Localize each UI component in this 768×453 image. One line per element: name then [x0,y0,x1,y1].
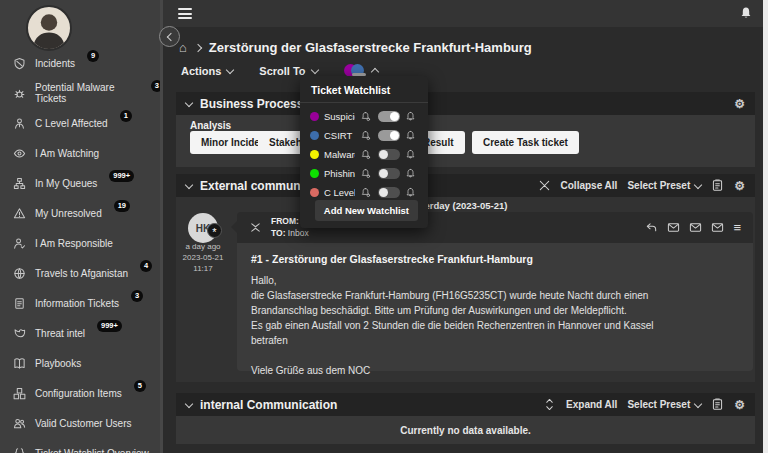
business-process-info-header[interactable]: Business Process Info ⚙ [176,92,755,115]
sidebar-item-potential-malware-tickets[interactable]: Potential Malware Tickets 3 [0,78,163,108]
warning-triangle-icon [13,207,26,220]
sidebar-scrollbar[interactable] [160,0,163,453]
color-dot [310,169,319,178]
watchlist-row-csirt[interactable]: CSIRT [300,126,428,145]
sidebar: Incidents 9 Potential Malware Tickets 3 … [0,0,163,453]
sidebar-item-incidents[interactable]: Incidents 9 [0,48,163,78]
count-badge: 4 [140,260,152,272]
gear-icon[interactable]: ⚙ [734,98,745,110]
preset-clipboard-icon[interactable] [711,179,724,192]
bell-icon[interactable] [405,149,418,160]
chevron-down-icon [185,180,193,188]
watchlist-toggle[interactable] [378,130,400,141]
forward-mail-icon[interactable] [711,221,724,234]
sidebar-item-label: Information Tickets [35,298,119,309]
reply-mail-icon[interactable] [667,221,680,234]
bell-icon[interactable] [405,187,418,198]
gear-icon[interactable]: ⚙ [734,399,745,411]
sidebar-item-my-unresolved[interactable]: My Unresolved 19 [0,198,163,228]
bell-icon[interactable] [405,111,418,122]
count-badge: 3 [131,290,143,302]
back-button[interactable] [159,26,180,47]
select-preset-dropdown[interactable]: Select Preset [627,180,701,191]
sidebar-item-ticket-watchlist-overview[interactable]: Ticket Watchlist Overview [0,438,163,453]
count-badge: 5 [134,380,146,392]
collapse-email-icon[interactable] [249,221,262,234]
reply-icon[interactable] [645,221,658,234]
email-time: 11:17 [168,264,238,273]
sidebar-item-configuration-items[interactable]: Configuration Items 5 [0,378,163,408]
page-title: Zerstörung der Glasfaserstrecke Frankfur… [209,40,532,55]
to-label: TO: [271,228,285,238]
home-icon[interactable]: ⌂ [179,40,187,55]
add-new-watchlist-button[interactable]: Add New Watchlist [315,200,418,221]
color-dot [310,188,319,197]
bell-icon[interactable] [405,130,418,141]
bell-mute-icon[interactable] [360,149,373,160]
profile-photo[interactable] [26,5,72,51]
preset-clipboard-icon[interactable] [711,398,724,411]
sidebar-item-in-my-queues[interactable]: In My Queues 999+ [0,168,163,198]
internal-communication-header[interactable]: internal Communication Expand All Select… [176,393,755,416]
card-tail [231,220,238,234]
top-bar [163,0,763,27]
sidebar-item-threat-intel[interactable]: Threat intel 999+ [0,318,163,348]
count-badge: 999+ [97,320,122,332]
bell-mute-icon[interactable] [360,130,373,141]
sidebar-item-valid-customer-users[interactable]: Valid Customer Users [0,408,163,438]
bell-mute-icon[interactable] [360,187,373,198]
chevron-down-icon [185,399,193,407]
bell-mute-icon[interactable] [360,111,373,122]
watchlist-row-malware[interactable]: Malware [300,145,428,164]
actions-dropdown[interactable]: Actions [181,65,233,77]
email-menu-icon[interactable]: ≡ [733,221,741,234]
gear-icon[interactable]: ⚙ [734,180,745,192]
collapse-all-label[interactable]: Collapse All [561,180,618,191]
bell-mute-icon[interactable] [360,168,373,179]
sidebar-item-label: C Level Affected [35,118,108,129]
external-communication-header[interactable]: External communication Collapse All Sele… [176,174,755,197]
hamburger-menu-icon[interactable] [178,8,192,22]
notifications-bell-icon[interactable] [739,6,753,24]
watchlist-toggle[interactable] [378,168,400,179]
expand-all-label[interactable]: Expand All [566,399,617,410]
watchlist-row-suspicious[interactable]: Suspicious [300,107,428,126]
sidebar-item-label: I Am Responsible [35,238,113,249]
watchlist-toggle[interactable] [378,111,400,122]
chevron-down-icon [226,65,234,73]
email-card: FROM: ema TO: Inbox ≡ #1 - Zerstörung de… [237,212,753,371]
scroll-to-label: Scroll To [259,65,305,77]
reply-all-mail-icon[interactable] [689,221,702,234]
color-dot [310,150,319,159]
sidebar-item-label: Valid Customer Users [35,418,132,429]
email-date: 2023-05-21 [168,253,238,262]
collapse-all-icon[interactable] [538,179,551,192]
sidebar-item-i-am-responsible[interactable]: I Am Responsible [0,228,163,258]
bell-icon[interactable] [405,168,418,179]
window-scrollbar-track[interactable] [763,0,768,453]
sidebar-item-label: My Unresolved [35,208,102,219]
sidebar-item-c-level-affected[interactable]: C Level Affected 1 [0,108,163,138]
sidebar-item-information-tickets[interactable]: Information Tickets 3 [0,288,163,318]
watchlist-row-phishing[interactable]: Phishing [300,164,428,183]
create-task-ticket-button[interactable]: Create Task ticket [472,131,579,154]
bird-icon [13,327,26,340]
email-actions: ≡ [645,221,741,234]
expand-all-icon[interactable] [543,398,556,411]
popup-title: Ticket Watchlist [300,76,428,103]
sidebar-item-travels-to-afganistan[interactable]: Travels to Afganistan 4 [0,258,163,288]
select-preset-dropdown[interactable]: Select Preset [627,399,701,410]
watchlist-label: Suspicious [324,111,355,122]
book-icon [13,357,26,370]
count-badge: 19 [114,200,130,212]
sidebar-item-label: I Am Watching [35,148,99,159]
watchlist-toggle[interactable] [378,149,400,160]
count-badge: 9 [87,50,99,62]
sidebar-item-i-am-watching[interactable]: I Am Watching [0,138,163,168]
sidebar-item-playbooks[interactable]: Playbooks [0,348,163,378]
watchlist-label: C Level affected [324,187,355,198]
sidebar-item-label: Travels to Afganistan [35,268,128,279]
watchlist-toggle[interactable] [378,187,400,198]
popup-drag-handle[interactable] [352,73,366,76]
actions-label: Actions [181,65,221,77]
